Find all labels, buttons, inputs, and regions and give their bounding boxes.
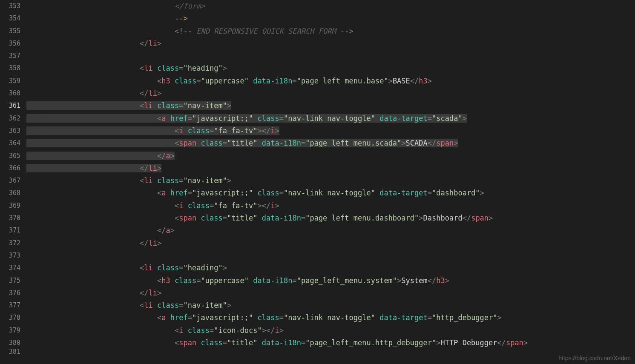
line-number[interactable]: 363 — [0, 125, 20, 137]
line-number-gutter[interactable]: 3533543553563573583593603613623633643653… — [0, 0, 26, 364]
line-number[interactable]: 353 — [0, 0, 20, 12]
line-number[interactable]: 362 — [0, 112, 20, 125]
line-number[interactable]: 355 — [0, 25, 20, 37]
line-number[interactable]: 375 — [0, 275, 20, 287]
line-number[interactable]: 374 — [0, 262, 20, 274]
code-line[interactable]: ··································<i·cla… — [26, 125, 635, 137]
line-number[interactable]: 354 — [0, 12, 20, 25]
code-line[interactable]: </li> — [26, 287, 635, 299]
line-number[interactable]: 373 — [0, 249, 20, 262]
watermark-text: https://blog.csdn.net/Xeden — [558, 355, 631, 361]
line-number[interactable]: 360 — [0, 87, 20, 100]
code-editor[interactable]: 3533543553563573583593603613623633643653… — [0, 0, 635, 364]
code-line[interactable]: <span class="title" data-i18n="page_left… — [26, 337, 635, 349]
line-number[interactable]: 358 — [0, 62, 20, 75]
code-line[interactable]: ··································<span·… — [26, 137, 635, 149]
code-line[interactable]: <i class="icon-docs"></i> — [26, 324, 635, 337]
code-line[interactable] — [26, 349, 635, 354]
line-number[interactable]: 365 — [0, 150, 20, 162]
code-line[interactable]: <a href="javascript:;" class="nav-link n… — [26, 187, 635, 199]
code-line[interactable] — [26, 50, 635, 62]
line-number[interactable]: 371 — [0, 224, 20, 237]
code-line[interactable]: --> — [26, 12, 635, 25]
code-line[interactable]: <li class="heading"> — [26, 62, 635, 75]
line-number[interactable]: 381 — [0, 349, 20, 354]
code-line[interactable]: <h3 class="uppercase" data-i18n="page_le… — [26, 275, 635, 287]
line-number[interactable]: 364 — [0, 137, 20, 149]
code-line[interactable]: </a> — [26, 224, 635, 237]
code-line[interactable]: </li> — [26, 87, 635, 100]
code-line[interactable]: <span class="title" data-i18n="page_left… — [26, 212, 635, 224]
line-number[interactable]: 366 — [0, 162, 20, 175]
line-number[interactable]: 367 — [0, 175, 20, 187]
code-line[interactable]: <li class="nav-item"> — [26, 175, 635, 187]
code-line[interactable]: </form> — [26, 0, 635, 12]
code-line[interactable]: ······························</a> — [26, 150, 635, 162]
line-number[interactable]: 357 — [0, 50, 20, 62]
code-line[interactable] — [26, 249, 635, 262]
line-number[interactable]: 380 — [0, 337, 20, 349]
line-number[interactable]: 368 — [0, 187, 20, 199]
line-number[interactable]: 377 — [0, 299, 20, 312]
code-line[interactable]: </li> — [26, 237, 635, 249]
code-area[interactable]: </form> --> <!-- END RESPONSIVE QUICK SE… — [26, 0, 635, 364]
line-number[interactable]: 356 — [0, 37, 20, 50]
line-number[interactable]: 379 — [0, 324, 20, 337]
code-line[interactable]: </li> — [26, 37, 635, 50]
code-line[interactable]: <a href="javascript:;" class="nav-link n… — [26, 312, 635, 324]
code-line[interactable]: ··························<li·class="nav… — [26, 100, 635, 112]
code-line[interactable]: ······························<a·href="j… — [26, 112, 635, 125]
code-line[interactable]: <i class="fa fa-tv"></i> — [26, 200, 635, 212]
line-number[interactable]: 359 — [0, 75, 20, 87]
code-line[interactable]: <li class="nav-item"> — [26, 299, 635, 312]
line-number[interactable]: 372 — [0, 237, 20, 249]
line-number[interactable]: 361 — [0, 100, 20, 112]
code-line[interactable]: <li class="heading"> — [26, 262, 635, 274]
code-line[interactable]: ··························</li> — [26, 162, 635, 175]
line-number[interactable]: 378 — [0, 312, 20, 324]
code-line[interactable]: <!-- END RESPONSIVE QUICK SEARCH FORM --… — [26, 25, 635, 37]
code-line[interactable]: <h3 class="uppercase" data-i18n="page_le… — [26, 75, 635, 87]
line-number[interactable]: 370 — [0, 212, 20, 224]
line-number[interactable]: 376 — [0, 287, 20, 299]
line-number[interactable]: 369 — [0, 200, 20, 212]
